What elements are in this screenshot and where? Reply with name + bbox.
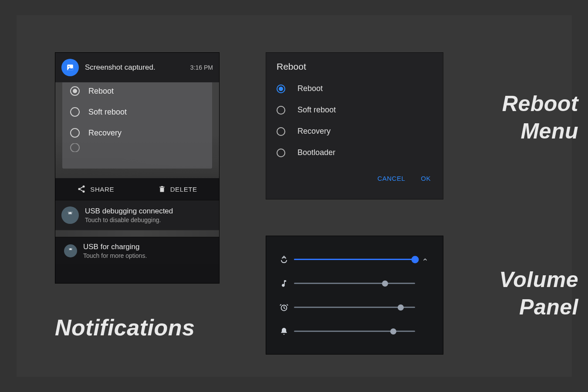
reboot-option-soft[interactable]: Soft reboot: [266, 99, 443, 121]
usb-debug-subtitle: Touch to disable debugging.: [85, 216, 173, 223]
notification-usb-charging[interactable]: USB for charging Touch for more options.: [55, 237, 219, 264]
preview-option-label: Recovery: [88, 128, 122, 138]
trash-icon: [158, 185, 166, 193]
bell-icon[interactable]: [274, 327, 294, 336]
android-icon: [64, 244, 77, 257]
reboot-title: Reboot: [266, 61, 443, 78]
volume-row-alarm: [274, 295, 435, 319]
image-icon: [61, 59, 79, 76]
media-slider[interactable]: [294, 283, 415, 284]
reboot-option-bootloader[interactable]: Bootloader: [266, 142, 443, 163]
reboot-dialog: Reboot Reboot Soft reboot Recovery Bootl…: [266, 52, 443, 199]
preview-reboot-list: Reboot Soft reboot Recovery: [62, 82, 212, 169]
notification-actions: SHARE DELETE: [55, 178, 219, 200]
notification-screenshot[interactable]: Screenshot captured. 3:16 PM: [55, 53, 219, 82]
reboot-option-label: Soft reboot: [297, 105, 336, 115]
notification-preview[interactable]: Reboot Soft reboot Recovery: [55, 82, 219, 178]
svg-point-9: [71, 249, 71, 249]
preview-option-recov: Recovery: [70, 122, 204, 143]
radio-icon: [277, 149, 285, 157]
music-note-icon[interactable]: [274, 279, 294, 288]
stage: Screenshot captured. 3:16 PM Reboot Soft…: [17, 15, 572, 377]
notification-time: 3:16 PM: [190, 64, 213, 71]
radio-icon: [277, 84, 285, 93]
reboot-option-recovery[interactable]: Recovery: [266, 121, 443, 142]
usb-charge-subtitle: Touch for more options.: [83, 252, 147, 259]
delete-label: DELETE: [170, 186, 197, 193]
android-icon: [61, 206, 79, 224]
ringer-slider[interactable]: [294, 259, 415, 260]
caption-notifications: Notifications: [55, 314, 195, 342]
preview-option-cut: [70, 143, 204, 152]
volume-row-media: [274, 271, 435, 295]
preview-option-reboot: Reboot: [70, 82, 204, 101]
reboot-option-label: Recovery: [297, 127, 331, 136]
reboot-option-label: Bootloader: [297, 148, 335, 157]
volume-panel: [266, 236, 443, 355]
svg-point-1: [68, 66, 69, 67]
notification-slider[interactable]: [294, 331, 415, 332]
preview-option-soft: Soft reboot: [70, 101, 204, 122]
notifications-card: Screenshot captured. 3:16 PM Reboot Soft…: [55, 52, 220, 284]
notification-title: Screenshot captured.: [85, 63, 190, 72]
volume-row-notification: [274, 319, 435, 343]
svg-point-2: [83, 186, 85, 188]
alarm-clock-icon[interactable]: [274, 303, 294, 312]
ok-button[interactable]: OK: [421, 175, 431, 182]
cancel-button[interactable]: CANCEL: [377, 175, 405, 182]
radio-icon: [277, 106, 285, 115]
radio-icon: [277, 127, 285, 136]
svg-rect-5: [160, 188, 164, 192]
usb-debug-title: USB debugging connected: [85, 207, 173, 216]
share-icon: [77, 185, 86, 193]
reboot-option-label: Reboot: [297, 84, 323, 93]
share-label: SHARE: [90, 186, 114, 193]
svg-point-3: [78, 188, 81, 190]
notification-separator: [55, 230, 219, 237]
alarm-slider[interactable]: [294, 307, 415, 308]
usb-charge-title: USB for charging: [83, 243, 147, 251]
svg-point-6: [69, 213, 70, 213]
svg-point-7: [71, 213, 72, 213]
volume-row-ringer: [274, 247, 435, 271]
reboot-option-reboot[interactable]: Reboot: [266, 78, 443, 99]
caption-volume-panel: VolumePanel: [487, 266, 578, 321]
preview-option-label: Reboot: [88, 87, 114, 96]
svg-point-4: [83, 190, 85, 193]
preview-option-label: Soft reboot: [88, 108, 127, 117]
notification-usb-debug[interactable]: USB debugging connected Touch to disable…: [55, 200, 219, 230]
ringer-icon[interactable]: [274, 254, 294, 265]
chevron-up-icon: [422, 257, 428, 263]
svg-point-8: [69, 249, 70, 249]
delete-button[interactable]: DELETE: [158, 185, 197, 193]
caption-reboot-menu: RebootMenu: [487, 90, 578, 145]
share-button[interactable]: SHARE: [77, 185, 114, 193]
